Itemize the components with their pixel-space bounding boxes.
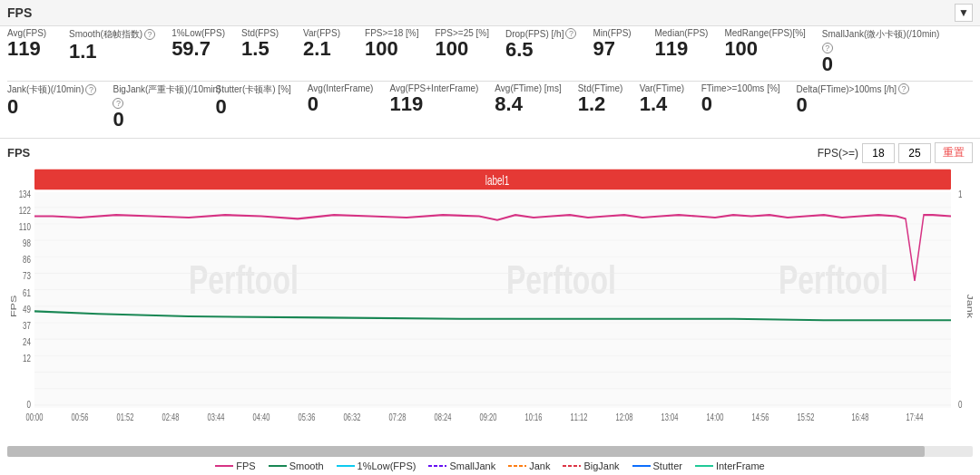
stat-drop-value: 6.5 [505,39,576,61]
svg-text:08:24: 08:24 [435,412,452,423]
stat-bigjank: BigJank(严重卡顿)(/10min) ? 0 [113,83,199,131]
stat-fps18-value: 100 [365,38,418,60]
bigjank-legend-icon [563,462,581,470]
svg-text:17:44: 17:44 [906,412,924,423]
stat-ftime100: FTime>=100ms [%] 0 [701,83,780,115]
fps-controls: FPS(>=) 重置 [818,142,973,163]
stat-avg-ftime: Avg(FTime) [ms] 8.4 [495,83,561,115]
stat-1pct-low: 1%Low(FPS) 59.7 [172,28,225,60]
stat-min-fps: Min(FPS) 97 [593,28,638,60]
legend-smalljank: SmallJank [428,460,495,471]
legend-bigjank: BigJank [563,460,619,471]
stat-medrange: MedRange(FPS)[%] 100 [724,28,805,60]
svg-text:09:20: 09:20 [480,412,497,423]
svg-text:label1: label1 [485,173,510,188]
fps-legend-icon [215,462,233,470]
svg-text:49: 49 [23,304,31,315]
legend-interframe: InterFrame [695,460,765,471]
chart-svg: label1 Perftool Perftool Perftool 134 12 [7,167,973,446]
scrollbar-area[interactable] [7,446,973,457]
fps-input-25[interactable] [898,143,931,163]
stat-smooth: Smooth(稳帧指数)? 1.1 [69,28,155,63]
fps-input-18[interactable] [862,143,895,163]
stat-ftime100-value: 0 [701,93,780,115]
svg-text:11:12: 11:12 [571,412,588,423]
legend-1pct: 1%Low(FPS) [337,460,416,471]
jank-help-icon[interactable]: ? [85,84,96,95]
stat-avg-interframe: Avg(InterFrame) 0 [308,83,374,115]
chart-area: label1 Perftool Perftool Perftool 134 12 [0,167,980,446]
reset-button[interactable]: 重置 [935,142,973,163]
svg-text:0: 0 [958,399,963,411]
chart-title: FPS [7,146,30,160]
stat-jank: Jank(卡顿)(/10min)? 0 [7,83,96,118]
stat-std-value: 1.5 [241,38,287,60]
scrollbar-thumb[interactable] [7,446,925,457]
svg-text:Perftool: Perftool [779,257,888,302]
svg-text:10:16: 10:16 [525,412,543,423]
svg-text:98: 98 [23,238,31,249]
legend-bigjank-label: BigJank [583,460,619,471]
stat-avg-fps-value: 119 [7,38,53,60]
stat-fps18: FPS>=18 [%] 100 [365,28,418,60]
stat-bigjank-value: 0 [113,109,199,131]
svg-text:02:48: 02:48 [162,412,180,423]
stats-divider [7,81,973,82]
legend-interframe-label: InterFrame [716,460,765,471]
svg-text:00:00: 00:00 [26,412,44,423]
stat-median-value: 119 [654,38,708,60]
stat-deltaftime-value: 0 [797,94,910,116]
svg-text:Jank: Jank [965,295,973,319]
stat-avgfpsinter-value: 119 [389,93,478,115]
fps-page: FPS ▼ Avg(FPS) 119 Smooth(稳帧指数)? 1.1 1%L… [0,0,980,475]
stat-min-value: 97 [593,38,638,60]
chart-header: FPS FPS(>=) 重置 [0,139,980,167]
header: FPS ▼ [0,0,980,26]
stat-smooth-value: 1.1 [69,41,155,63]
stat-drop-fps: Drop(FPS) [/h]? 6.5 [505,28,576,61]
svg-text:110: 110 [19,221,32,233]
stat-1pct-value: 59.7 [172,38,225,60]
stat-stutter: Stutter(卡顿率) [%] 0 [215,83,290,118]
legend-smalljank-label: SmallJank [449,460,495,471]
stat-smalljank-value: 0 [822,53,904,75]
svg-text:134: 134 [19,189,32,200]
stat-stdftime-value: 1.2 [578,93,623,115]
svg-text:15:52: 15:52 [798,412,815,423]
svg-text:04:40: 04:40 [253,412,270,423]
svg-text:14:00: 14:00 [707,412,724,423]
legend-jank-label: Jank [529,460,550,471]
fps-label: FPS(>=) [818,147,858,160]
interframe-legend-icon [695,462,713,470]
stat-medrange-value: 100 [724,38,805,60]
drop-help-icon[interactable]: ? [565,28,576,39]
stat-fps25-value: 100 [436,38,489,60]
svg-text:12: 12 [23,353,31,364]
stat-avginter-value: 0 [308,93,374,115]
legend-smooth-label: Smooth [289,460,324,471]
stat-varftime-value: 1.4 [640,93,685,115]
stat-fps25: FPS>=25 [%] 100 [436,28,489,60]
legend-stutter-label: Stutter [653,460,682,471]
stat-var-ftime: Var(FTime) 1.4 [640,83,685,115]
svg-text:FPS: FPS [9,296,18,317]
stats-container: Avg(FPS) 119 Smooth(稳帧指数)? 1.1 1%Low(FPS… [0,26,980,138]
stat-var-fps: Var(FPS) 2.1 [303,28,348,60]
stat-avgftime-value: 8.4 [495,93,561,115]
deltaftime-help-icon[interactable]: ? [898,83,909,94]
svg-text:01:52: 01:52 [117,412,134,423]
stat-smooth-label: Smooth(稳帧指数) [69,28,142,41]
1pct-legend-icon [337,462,355,470]
svg-text:05:36: 05:36 [299,412,316,423]
stat-stutter-value: 0 [215,96,290,118]
legend-fps: FPS [215,460,255,471]
svg-text:07:28: 07:28 [389,412,407,423]
header-dropdown[interactable]: ▼ [955,4,973,22]
chart-legend: FPS Smooth 1%Low(FPS) SmallJank Jank Big… [0,457,980,475]
stutter-legend-icon [632,462,651,470]
legend-stutter: Stutter [632,460,682,471]
stat-jank-value: 0 [7,96,96,118]
smooth-help-icon[interactable]: ? [144,29,155,40]
svg-text:61: 61 [23,287,31,299]
svg-text:86: 86 [23,254,31,266]
